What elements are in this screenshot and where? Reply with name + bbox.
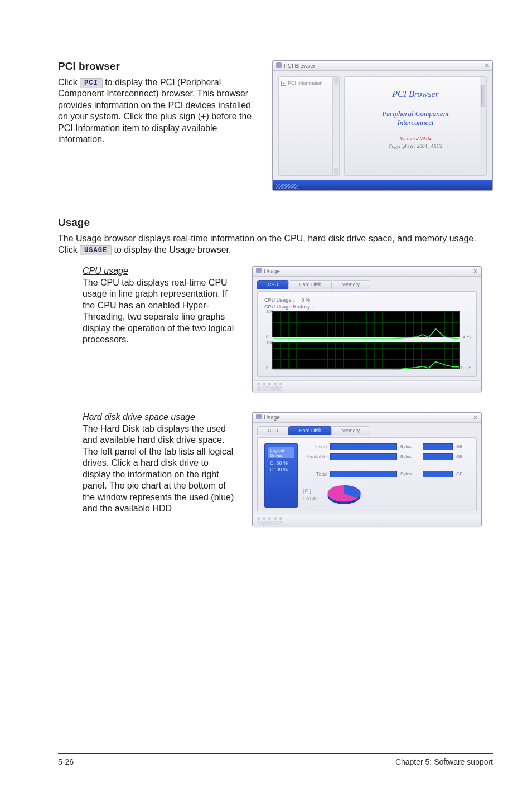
tab-memory[interactable]: Memory xyxy=(331,280,371,289)
pci-window-title: PCI Browser xyxy=(284,63,315,69)
pie-svg xyxy=(323,482,365,506)
pci-copyright: Copyright (c) 2004 , ASUS xyxy=(345,143,486,149)
hd-pie-chart xyxy=(323,482,365,508)
row-available: Available Bytes GB xyxy=(303,453,470,460)
pci-content-title: PCI Browser xyxy=(345,89,486,99)
cpu-window-footer xyxy=(253,380,481,392)
legend-fs: FAT32 xyxy=(303,495,318,503)
cpu-usage-label: CPU Usage : 0 % xyxy=(264,297,470,303)
cpu-window-titlebar[interactable]: Usage ✕ xyxy=(253,267,481,277)
total-unit: Bytes xyxy=(400,471,419,476)
pci-para-pre: Click xyxy=(58,78,80,87)
tab-hard-disk[interactable]: Hard Disk xyxy=(288,426,332,435)
pci-chip-icon: PCI xyxy=(80,78,103,88)
tab-cpu[interactable]: CPU xyxy=(257,280,289,289)
row-total: Total Bytes GB xyxy=(303,471,470,477)
avail-unit: Bytes xyxy=(400,454,419,459)
cpu-graph-1: 100 0 2 % xyxy=(272,311,460,337)
tab-memory[interactable]: Memory xyxy=(331,426,371,435)
total-label: Total xyxy=(303,471,327,477)
axis-0: 0 xyxy=(266,334,268,339)
close-icon[interactable]: ✕ xyxy=(473,414,478,421)
drive-d[interactable]: -D: 99 % xyxy=(268,467,294,472)
avail-valbar xyxy=(423,453,453,460)
expand-icon[interactable]: + xyxy=(281,81,286,86)
pager-dots[interactable] xyxy=(257,517,477,520)
hd-usage-window: Usage ✕ CPU Hard Disk Memory Logical Dri… xyxy=(252,412,482,526)
usage-tabs: CPU Hard Disk Memory xyxy=(257,426,477,435)
tab-hard-disk[interactable]: Hard Disk xyxy=(288,280,332,289)
app-icon xyxy=(276,62,282,68)
used-bar xyxy=(330,443,397,450)
hd-window-title: Usage xyxy=(264,414,280,421)
page-number: 5-26 xyxy=(58,757,74,766)
used-valbar xyxy=(423,443,453,450)
drive-list-header: Logical Drives xyxy=(268,447,294,458)
drive-c[interactable]: -C: 30 % xyxy=(268,460,294,466)
grip-icon xyxy=(257,386,282,391)
usage-intro: The Usage browser displays real-time inf… xyxy=(58,233,493,256)
cpu-line-2 xyxy=(273,342,459,370)
total-valbar xyxy=(423,471,453,477)
app-icon xyxy=(256,414,262,419)
pie-legend: [C:] FAT32 xyxy=(303,487,318,503)
cpu-line-1 xyxy=(273,311,459,339)
pci-tree-item[interactable]: PCI Information xyxy=(288,80,323,86)
total-val: GB xyxy=(456,471,470,476)
pci-window-titlebar[interactable]: PCI Browser ✕ xyxy=(273,61,492,71)
avail-bar xyxy=(330,453,397,460)
pci-content-pane: PCI Browser Peripheral Component Interco… xyxy=(344,76,487,176)
cpu-subheading: CPU usage xyxy=(83,266,239,276)
hd-window-titlebar[interactable]: Usage ✕ xyxy=(253,413,481,423)
cpu-graph-2-pct: 10 % xyxy=(460,365,471,370)
usage-heading: Usage xyxy=(58,216,493,229)
cpu-history-label: CPU Usage History : xyxy=(264,304,470,310)
cpu-window-title: Usage xyxy=(264,268,280,274)
axis-0: 0 xyxy=(266,365,268,370)
avail-label: Available xyxy=(303,454,327,460)
hd-window-footer xyxy=(253,515,481,526)
pci-content-subtitle: Peripheral Component Interconnect xyxy=(345,109,486,128)
tree-scrollbar[interactable] xyxy=(332,77,339,175)
pci-window-footer xyxy=(273,180,492,190)
hd-subheading: Hard disk drive space usage xyxy=(83,412,239,422)
close-icon[interactable]: ✕ xyxy=(484,62,489,69)
cpu-usage-value: 0 % xyxy=(302,297,311,303)
page-footer: 5-26 Chapter 5: Software support xyxy=(58,753,493,766)
row-used: Used Bytes GB xyxy=(303,443,470,450)
used-unit: Bytes xyxy=(400,444,419,449)
cpu-graph-1-pct: 2 % xyxy=(462,334,471,339)
close-icon[interactable]: ✕ xyxy=(473,268,478,275)
usage-tabs: CPU Hard Disk Memory xyxy=(257,280,477,289)
used-val: GB xyxy=(456,444,470,449)
drive-list: Logical Drives -C: 30 % -D: 99 % xyxy=(264,443,298,508)
pci-sub2: Interconnect xyxy=(397,118,433,127)
pci-version: Version 2.09.02 xyxy=(345,136,486,141)
avail-val: GB xyxy=(456,454,470,459)
pci-tree-pane[interactable]: + PCI Information xyxy=(278,76,340,176)
usage-intro-post: to display the Usage browser. xyxy=(114,245,231,254)
scrollbar-thumb[interactable] xyxy=(481,85,485,107)
legend-drive: [C:] xyxy=(303,487,318,495)
hd-paragraph: The Hard Disk tab displays the used and … xyxy=(83,423,239,515)
pci-paragraph: Click PCI to display the PCI (Peripheral… xyxy=(58,77,259,146)
separator xyxy=(303,466,470,466)
pager-dots[interactable] xyxy=(257,383,477,385)
cpu-usage-label-text: CPU Usage : xyxy=(264,297,294,303)
app-icon xyxy=(256,268,262,273)
tab-cpu[interactable]: CPU xyxy=(257,426,289,435)
cpu-paragraph: The CPU tab displays real-time CPU usage… xyxy=(83,277,239,346)
grip-icon xyxy=(257,521,282,525)
cpu-usage-window: Usage ✕ CPU Hard Disk Memory CPU Usage :… xyxy=(252,266,482,392)
used-label: Used xyxy=(303,444,327,450)
cpu-graph-2: 100 0 10 % xyxy=(272,342,460,369)
pci-browser-window: PCI Browser ✕ + PCI Information PCI Brow… xyxy=(272,60,493,191)
total-bar xyxy=(330,471,397,477)
content-scrollbar[interactable] xyxy=(480,77,486,175)
chapter-label: Chapter 5: Software support xyxy=(395,757,493,766)
usage-chip-icon: USAGE xyxy=(80,245,112,255)
pci-sub1: Peripheral Component xyxy=(382,109,449,118)
pci-heading: PCI browser xyxy=(58,60,259,73)
